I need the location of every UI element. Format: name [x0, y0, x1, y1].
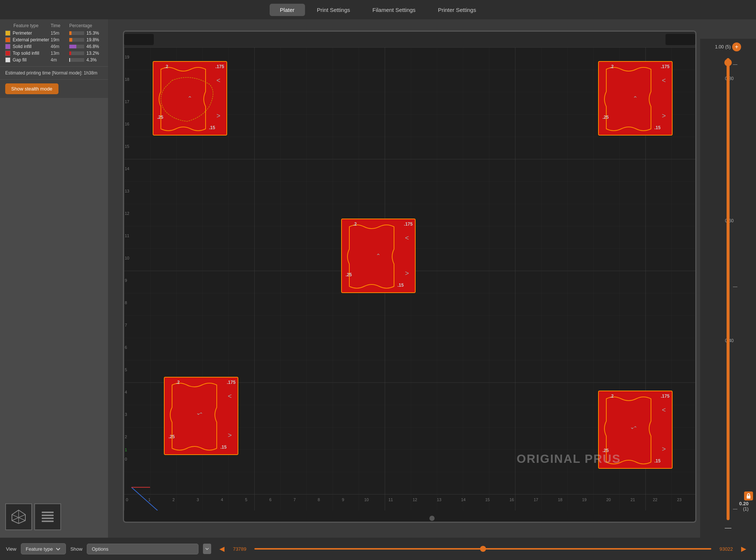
- svg-text:15: 15: [485, 497, 490, 502]
- svg-text:17: 17: [534, 497, 538, 502]
- show-dropdown-button[interactable]: [203, 544, 211, 554]
- svg-text:3: 3: [197, 497, 199, 502]
- right-bottom-value: 0.20: [739, 501, 749, 506]
- svg-text:16: 16: [125, 122, 129, 126]
- bar-solid-infill: [69, 45, 84, 48]
- svg-text:11: 11: [125, 233, 129, 238]
- svg-text:23: 23: [677, 497, 682, 502]
- svg-rect-63: [747, 496, 750, 499]
- label-solid-infill: Solid infill: [13, 44, 32, 49]
- slider-left-arrow[interactable]: ◀: [219, 545, 225, 553]
- tab-filament-settings[interactable]: Filament Settings: [362, 4, 426, 16]
- swatch-solid-infill: [5, 44, 10, 49]
- time-gap-fill: 4m: [51, 57, 69, 63]
- pct-gap-fill: 4.3%: [69, 57, 103, 63]
- svg-text:12: 12: [413, 497, 417, 502]
- puzzle-piece-center[interactable]: .2 .175 < .25 > ⌃ .15: [341, 219, 416, 293]
- right-slider-thumb[interactable]: [724, 59, 732, 66]
- svg-text:10: 10: [125, 256, 129, 260]
- label-perimeter: Perimeter: [13, 31, 32, 36]
- svg-text:19: 19: [125, 55, 129, 59]
- stats-row-gap-fill: Gap fill 4m 4.3%: [5, 57, 103, 63]
- 3d-view-icon[interactable]: [5, 503, 32, 530]
- canvas-area[interactable]: 0 1 2 3 4 5 6 7 8 9 10 11 12 13 14 15 16: [108, 19, 756, 560]
- svg-text:6: 6: [269, 497, 271, 502]
- svg-text:14: 14: [461, 497, 466, 502]
- right-slider-track[interactable]: [727, 58, 730, 520]
- scroll-indicator: [429, 516, 435, 521]
- tab-printer-settings[interactable]: Printer Settings: [428, 4, 487, 16]
- pct-value-top-solid: 13.2%: [86, 51, 99, 56]
- stealth-mode-button[interactable]: Show stealth mode: [5, 83, 58, 94]
- show-select[interactable]: Options: [87, 544, 198, 554]
- pct-solid-infill: 46.8%: [69, 44, 103, 49]
- bar-ext-perimeter: [69, 38, 84, 42]
- right-slider-top: 1.00 (5) +: [715, 42, 741, 51]
- view-icons: [5, 503, 61, 530]
- pct-ext-perimeter: 19.8%: [69, 37, 103, 42]
- pct-value-solid-infill: 46.8%: [86, 44, 99, 49]
- right-label-2: —: [733, 506, 737, 512]
- tab-print-settings[interactable]: Print Settings: [306, 4, 360, 16]
- svg-text:17: 17: [125, 99, 129, 104]
- svg-text:5: 5: [245, 497, 247, 502]
- right-slider-labels: — — —: [733, 62, 737, 512]
- right-label-0: —: [733, 62, 737, 67]
- svg-text:2: 2: [125, 435, 127, 439]
- bed-grid: 0 1 2 3 4 5 6 7 8 9 10 11 12 13 14 15 16: [124, 47, 695, 510]
- svg-text:18: 18: [558, 497, 562, 502]
- svg-text:1: 1: [125, 448, 127, 452]
- right-slider-panel: 1.00 (5) + — — — 0.80 0.60 0.40 — 0.20 (…: [700, 39, 756, 538]
- svg-text:8: 8: [318, 497, 320, 502]
- svg-rect-7: [42, 521, 54, 522]
- bottom-slider-thumb[interactable]: [480, 546, 486, 552]
- time-perimeter: 15m: [51, 31, 69, 36]
- bar-gap-fill: [69, 58, 84, 62]
- right-slider-top-label: (5): [725, 44, 731, 50]
- puzzle-piece-bottom-left[interactable]: .2 .175 < .25 > ⌃ .15 ⌄: [164, 377, 238, 455]
- tab-plater[interactable]: Plater: [270, 4, 305, 16]
- pct-value-perimeter: 15.3%: [86, 31, 99, 36]
- view-select[interactable]: Feature type: [21, 543, 66, 554]
- col-feature-type: Feature type: [13, 23, 51, 28]
- svg-text:11: 11: [388, 497, 393, 502]
- slider-left-number: 73789: [228, 546, 251, 552]
- slider-right-arrow[interactable]: ▶: [741, 545, 746, 553]
- right-slider-minus[interactable]: —: [725, 524, 731, 532]
- svg-text:21: 21: [630, 497, 635, 502]
- svg-text:3: 3: [125, 412, 127, 417]
- svg-text:7: 7: [293, 497, 296, 502]
- puzzle-piece-top-left[interactable]: .2 .175 < .25 > ⌃ .15: [153, 61, 227, 136]
- svg-text:14: 14: [125, 166, 129, 171]
- right-bottom-info: 0.20 (1): [739, 501, 749, 512]
- show-select-value: Options: [92, 546, 108, 552]
- show-label: Show: [70, 546, 83, 552]
- time-ext-perimeter: 19m: [51, 37, 69, 42]
- print-bed: 0 1 2 3 4 5 6 7 8 9 10 11 12 13 14 15 16: [123, 31, 696, 523]
- svg-text:20: 20: [606, 497, 611, 502]
- puzzle-piece-top-right[interactable]: .2 .175 < .25 > ⌃ .15: [598, 61, 673, 136]
- svg-text:4: 4: [221, 497, 223, 502]
- layers-view-icon[interactable]: [34, 503, 61, 530]
- svg-text:12: 12: [125, 211, 129, 216]
- svg-text:13: 13: [437, 497, 441, 502]
- printer-brand-text: ORIGINAL PRUS: [517, 452, 621, 466]
- lock-icon[interactable]: [744, 491, 753, 500]
- pct-value-gap-fill: 4.3%: [86, 57, 96, 63]
- svg-text:22: 22: [653, 497, 657, 502]
- bed-notch-right: [666, 34, 695, 45]
- svg-text:5: 5: [125, 368, 127, 372]
- svg-text:13: 13: [125, 189, 129, 193]
- svg-text:4: 4: [125, 390, 127, 394]
- bottom-bar: View Feature type Show Options ◀ 73789 9…: [0, 538, 756, 560]
- bottom-slider[interactable]: [254, 548, 711, 550]
- svg-rect-4: [42, 512, 54, 513]
- svg-text:16: 16: [509, 497, 514, 502]
- view-label: View: [6, 546, 16, 552]
- pct-perimeter: 15.3%: [69, 31, 103, 36]
- svg-text:0: 0: [126, 497, 128, 502]
- label-top-solid: Top solid infill: [13, 51, 39, 56]
- right-bottom-label: (1): [739, 506, 749, 512]
- right-plus-button[interactable]: +: [732, 42, 741, 51]
- swatch-ext-perimeter: [5, 37, 10, 42]
